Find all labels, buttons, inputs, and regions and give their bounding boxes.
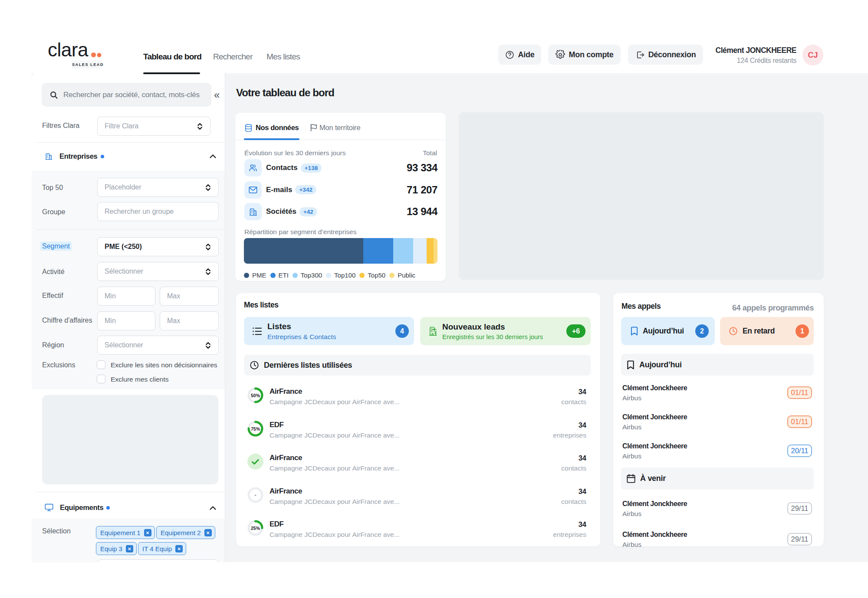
svg-text:-: - (255, 492, 256, 498)
svg-text:50%: 50% (251, 393, 260, 398)
svg-text:75%: 75% (251, 426, 260, 431)
svg-text:25%: 25% (251, 526, 260, 531)
